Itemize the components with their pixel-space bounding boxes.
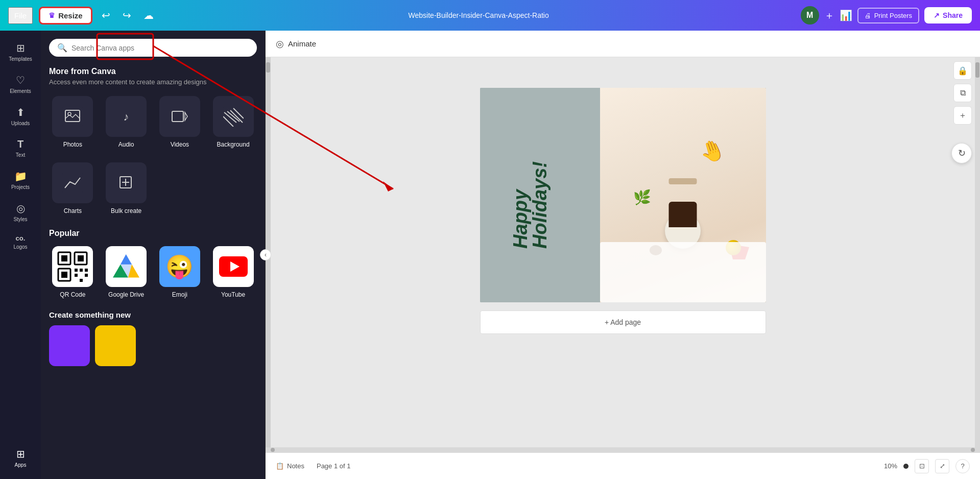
- app-google-drive[interactable]: Google Drive: [103, 246, 150, 298]
- print-label: Print Posters: [874, 12, 912, 19]
- canvas-area: ◎ Animate 🔒 ⧉ ＋ ↻: [266, 31, 980, 479]
- background-label: Background: [217, 141, 250, 148]
- document-title: Website-Builder-Insider-Canva-Aspect-Rat…: [163, 11, 795, 19]
- svg-rect-27: [85, 269, 88, 272]
- share-label: Share: [943, 11, 963, 19]
- create-tile-2[interactable]: [95, 325, 136, 366]
- sidebar-item-apps[interactable]: ⊞ Apps: [0, 443, 41, 473]
- svg-rect-30: [85, 274, 88, 277]
- search-icon: 🔍: [57, 43, 67, 53]
- save-cloud-button[interactable]: ☁: [140, 7, 157, 23]
- bulk-create-icon-tile: [106, 162, 147, 203]
- emoji-icon-tile: 😜: [159, 246, 200, 287]
- sidebar: ⊞ Templates ♡ Elements ⬆ Uploads T Text …: [0, 31, 41, 479]
- sidebar-item-text-label: Text: [16, 152, 25, 158]
- sidebar-item-apps-label: Apps: [15, 462, 27, 468]
- svg-rect-26: [80, 269, 83, 272]
- zoom-fit-button[interactable]: ⊡: [915, 459, 929, 473]
- styles-icon: ◎: [16, 202, 25, 214]
- notes-label: Notes: [287, 462, 304, 470]
- templates-icon: ⊞: [16, 42, 25, 54]
- search-bar: 🔍: [49, 39, 257, 57]
- create-tile-1[interactable]: [49, 325, 90, 366]
- file-button[interactable]: File: [8, 7, 33, 24]
- help-button[interactable]: ?: [955, 459, 970, 473]
- qr-code-label: QR Code: [60, 291, 85, 298]
- uploads-icon: ⬆: [16, 106, 25, 118]
- sidebar-item-templates[interactable]: ⊞ Templates: [0, 37, 41, 67]
- animate-icon: ◎: [276, 38, 284, 50]
- google-drive-label: Google Drive: [108, 291, 144, 298]
- audio-icon-tile: ♪: [106, 96, 147, 137]
- toolbar-right: M ＋ 📊 🖨 Print Posters ↗ Share: [801, 6, 972, 25]
- text-icon: T: [17, 138, 23, 150]
- youtube-label: YouTube: [221, 291, 245, 298]
- undo-button[interactable]: ↩: [99, 7, 113, 23]
- sidebar-item-elements[interactable]: ♡ Elements: [0, 69, 41, 99]
- design-canvas[interactable]: Happy Holidays!: [480, 88, 766, 302]
- photos-icon-tile: [52, 96, 93, 137]
- print-icon: 🖨: [865, 12, 871, 19]
- resize-label: Resize: [58, 11, 83, 20]
- bottom-left: 📋 Notes Page 1 of 1: [276, 462, 350, 470]
- add-page-button[interactable]: + Add page: [480, 310, 766, 334]
- app-emoji[interactable]: 😜 Emoji: [156, 246, 204, 298]
- stats-button[interactable]: 📊: [840, 9, 852, 21]
- print-posters-button[interactable]: 🖨 Print Posters: [857, 8, 919, 23]
- charts-label: Charts: [64, 207, 82, 214]
- app-qr-code[interactable]: QR Code: [49, 246, 97, 298]
- background-icon-tile: [213, 96, 254, 137]
- share-icon: ↗: [934, 11, 940, 19]
- apps-icon: ⊞: [16, 448, 25, 460]
- app-background[interactable]: Background: [209, 94, 257, 150]
- search-input[interactable]: [71, 44, 249, 52]
- share-button[interactable]: ↗ Share: [924, 7, 972, 23]
- sidebar-item-text[interactable]: T Text: [0, 133, 41, 163]
- resize-button[interactable]: ♛ Resize: [39, 7, 92, 25]
- logos-icon: co.: [16, 234, 26, 242]
- app-videos[interactable]: Videos: [156, 94, 204, 150]
- svg-rect-29: [80, 279, 83, 282]
- app-photos[interactable]: Photos: [49, 94, 97, 150]
- sidebar-item-logos[interactable]: co. Logos: [0, 229, 41, 255]
- sidebar-item-projects[interactable]: 📁 Projects: [0, 165, 41, 195]
- sidebar-item-logos-label: Logos: [13, 244, 27, 250]
- svg-rect-25: [75, 269, 78, 272]
- app-charts[interactable]: Charts: [49, 160, 97, 217]
- app-youtube[interactable]: YouTube: [209, 246, 257, 298]
- svg-rect-24: [61, 272, 67, 278]
- hide-panel-button[interactable]: ‹: [260, 249, 271, 260]
- google-drive-icon-tile: [106, 246, 147, 287]
- redo-button[interactable]: ↪: [119, 7, 134, 23]
- canvas-scroll[interactable]: Happy Holidays!: [266, 57, 980, 452]
- bottom-bar: 📋 Notes Page 1 of 1 10% ⊡ ⤢ ?: [266, 452, 980, 479]
- videos-icon-tile: [159, 96, 200, 137]
- zoom-fullscreen-button[interactable]: ⤢: [935, 459, 949, 473]
- sidebar-item-elements-label: Elements: [10, 88, 31, 94]
- add-collaborator-button[interactable]: ＋: [824, 9, 834, 22]
- videos-label: Videos: [171, 141, 189, 148]
- elements-icon: ♡: [16, 74, 25, 86]
- popular-title: Popular: [49, 229, 257, 238]
- app-bulk-create[interactable]: Bulk create: [103, 160, 150, 217]
- more-from-canva-title: More from Canva: [49, 67, 257, 76]
- animate-bar: ◎ Animate: [266, 31, 980, 57]
- youtube-icon-tile: [213, 246, 254, 287]
- sidebar-item-styles[interactable]: ◎ Styles: [0, 197, 41, 227]
- notes-button[interactable]: 📋 Notes: [276, 462, 304, 470]
- popular-apps-grid: QR Code Google Drive 😜: [49, 246, 257, 298]
- animate-label[interactable]: Animate: [288, 39, 316, 48]
- projects-icon: 📁: [14, 170, 27, 182]
- svg-rect-22: [78, 255, 84, 261]
- crown-icon: ♛: [49, 11, 55, 19]
- bulk-create-label: Bulk create: [111, 207, 141, 214]
- apps-panel: 🔍 More from Canva Access even more conte…: [41, 31, 266, 479]
- charts-icon-tile: [52, 162, 93, 203]
- holiday-text: Happy Holidays!: [510, 161, 551, 249]
- sidebar-item-uploads[interactable]: ⬆ Uploads: [0, 101, 41, 131]
- app-audio[interactable]: ♪ Audio: [103, 94, 150, 150]
- sidebar-item-styles-label: Styles: [13, 217, 27, 222]
- zoom-dot: [903, 464, 909, 469]
- avatar[interactable]: M: [801, 6, 819, 25]
- canvas-content: Happy Holidays!: [480, 88, 766, 302]
